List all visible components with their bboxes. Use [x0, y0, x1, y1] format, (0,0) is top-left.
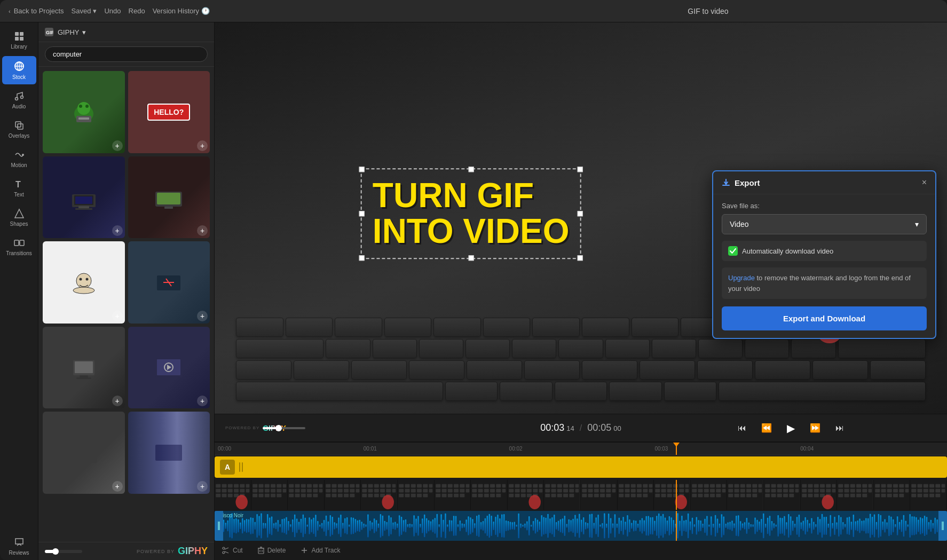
- title-track-block[interactable]: A: [215, 456, 947, 478]
- svg-rect-499: [363, 524, 364, 528]
- stock-icon: [13, 60, 25, 72]
- svg-rect-543: [455, 516, 456, 536]
- add-media-button[interactable]: +: [197, 481, 208, 492]
- sidebar-item-overlays[interactable]: Overlays: [2, 116, 36, 143]
- list-item[interactable]: HELLO? + Baby Boomers Co...: [128, 71, 210, 153]
- svg-rect-540: [449, 520, 450, 531]
- svg-rect-650: [679, 520, 680, 531]
- svg-rect-519: [405, 519, 406, 532]
- handle-top-center[interactable]: [468, 167, 474, 172]
- play-pause-button[interactable]: ▶: [785, 420, 797, 437]
- version-history-button[interactable]: Version History 🕐: [153, 7, 210, 15]
- list-item[interactable]: + Angry Computer GIF: [43, 156, 125, 239]
- giphy-source-button[interactable]: GIPHY ▾: [58, 28, 86, 36]
- add-media-button[interactable]: +: [112, 225, 123, 236]
- audio-left-handle[interactable]: [215, 511, 223, 541]
- sidebar-item-library[interactable]: Library: [2, 27, 36, 54]
- svg-rect-714: [813, 522, 814, 530]
- list-item[interactable]: + computer crash GIF: [128, 241, 210, 324]
- sidebar-item-text[interactable]: T Text: [2, 175, 36, 202]
- playhead[interactable]: [676, 443, 677, 455]
- handle-middle-right[interactable]: [578, 211, 583, 216]
- audio-right-handle[interactable]: [938, 511, 947, 541]
- text-overlay[interactable]: TURN GIF INTO VIDEO: [361, 168, 581, 259]
- skip-to-end-button[interactable]: ⏭: [833, 421, 846, 435]
- sidebar-item-transitions[interactable]: Transitions: [2, 233, 36, 261]
- svg-rect-602: [579, 514, 580, 538]
- handle-top-left[interactable]: [359, 167, 365, 172]
- handle-top-right[interactable]: [578, 167, 583, 172]
- sidebar-item-reviews[interactable]: Reviews: [2, 533, 36, 560]
- redo-button[interactable]: Redo: [129, 7, 145, 15]
- add-media-button[interactable]: +: [112, 140, 123, 151]
- list-item[interactable]: + ...: [128, 412, 210, 494]
- add-track-button[interactable]: Add Track: [293, 547, 348, 554]
- svg-rect-551: [472, 519, 473, 532]
- svg-rect-570: [512, 522, 513, 530]
- svg-rect-739: [865, 518, 866, 534]
- handle-bottom-right[interactable]: [578, 255, 583, 261]
- svg-rect-182: [454, 489, 459, 493]
- add-media-button[interactable]: +: [112, 311, 123, 321]
- svg-rect-421: [942, 489, 945, 493]
- add-media-button[interactable]: +: [197, 225, 208, 236]
- handle-bottom-left[interactable]: [359, 255, 365, 261]
- export-download-button[interactable]: Export and Download: [722, 306, 927, 330]
- delete-button[interactable]: Delete: [250, 547, 294, 554]
- upgrade-link[interactable]: Upgrade: [728, 274, 755, 282]
- svg-rect-628: [633, 520, 634, 531]
- svg-rect-71: [228, 489, 233, 493]
- svg-rect-610: [595, 517, 596, 534]
- add-media-button[interactable]: +: [197, 311, 208, 321]
- handle-bottom-center[interactable]: [468, 255, 474, 261]
- video-frame: [618, 480, 654, 510]
- sidebar-item-shapes[interactable]: Shapes: [2, 204, 36, 231]
- svg-rect-531: [430, 522, 431, 531]
- sidebar-item-motion[interactable]: Motion: [2, 145, 36, 172]
- add-media-button[interactable]: +: [197, 140, 208, 151]
- svg-rect-560: [491, 516, 492, 536]
- svg-rect-544: [457, 524, 459, 527]
- export-close-button[interactable]: ×: [922, 178, 927, 187]
- sidebar-item-stock[interactable]: Stock: [2, 56, 36, 84]
- svg-rect-717: [819, 519, 820, 532]
- svg-rect-579: [531, 525, 532, 527]
- file-type-select[interactable]: Video ▾: [722, 214, 927, 234]
- back-button[interactable]: ‹ Back to Projects: [9, 7, 64, 15]
- auto-download-checkbox[interactable]: [728, 246, 738, 256]
- svg-rect-712: [809, 523, 810, 528]
- add-media-button[interactable]: +: [112, 396, 123, 406]
- svg-rect-608: [591, 514, 593, 538]
- volume-slider[interactable]: [263, 427, 305, 429]
- list-item[interactable]: + computer laughing ...: [43, 241, 125, 324]
- svg-rect-191: [472, 484, 477, 488]
- svg-rect-620: [617, 524, 618, 528]
- add-media-button[interactable]: +: [112, 481, 123, 492]
- undo-button[interactable]: Undo: [104, 7, 121, 15]
- list-item[interactable]: + computer ship it GIF: [128, 156, 210, 239]
- list-item[interactable]: + computer GIF: [43, 327, 125, 409]
- add-media-button[interactable]: +: [197, 396, 208, 406]
- saved-button[interactable]: Saved ▾: [72, 7, 97, 15]
- svg-rect-384: [862, 489, 867, 493]
- sidebar-item-audio[interactable]: Audio: [2, 86, 36, 114]
- list-item[interactable]: + Computer Typing GIF: [43, 71, 125, 153]
- list-item[interactable]: + Working Work Fro...: [128, 327, 210, 409]
- track-drag-handle[interactable]: [239, 462, 243, 472]
- svg-rect-343: [765, 489, 770, 493]
- svg-rect-386: [838, 494, 843, 498]
- svg-rect-563: [497, 515, 498, 537]
- svg-rect-530: [428, 520, 429, 532]
- skip-to-start-button[interactable]: ⏮: [736, 421, 748, 435]
- svg-rect-507: [380, 514, 381, 538]
- svg-marker-14: [15, 209, 23, 218]
- svg-rect-697: [777, 515, 778, 537]
- list-item[interactable]: + ...: [43, 412, 125, 494]
- handle-middle-left[interactable]: [359, 211, 365, 216]
- cut-button[interactable]: Cut: [215, 547, 250, 554]
- fast-forward-button[interactable]: ⏩: [808, 421, 823, 435]
- svg-rect-751: [890, 517, 891, 535]
- rewind-button[interactable]: ⏪: [759, 421, 774, 435]
- search-input[interactable]: [45, 46, 208, 62]
- svg-rect-390: [862, 494, 867, 498]
